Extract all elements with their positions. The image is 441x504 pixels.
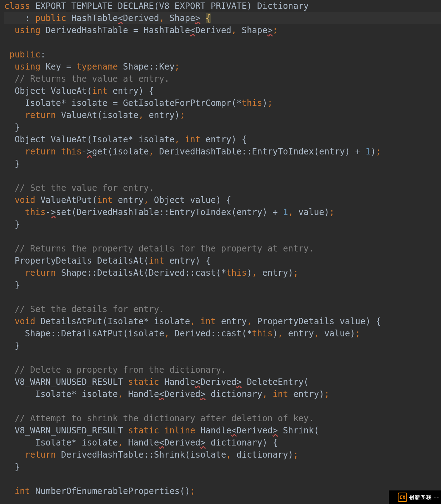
- code-token-punc-o: ,: [278, 329, 283, 338]
- code-line[interactable]: // Returns the value at entry.: [4, 73, 441, 85]
- code-token: [4, 413, 15, 423]
- code-token-kw: return: [25, 110, 56, 120]
- code-line[interactable]: using DerivedHashTable = HashTable<Deriv…: [4, 24, 441, 36]
- code-token: [4, 25, 15, 35]
- code-token: [180, 134, 185, 144]
- code-line[interactable]: }: [4, 218, 441, 230]
- code-token-punc-o: ,: [247, 316, 252, 326]
- code-line[interactable]: // Set the value for entry.: [4, 182, 441, 194]
- code-token-punc-o: ,: [288, 207, 293, 217]
- code-token: [4, 50, 9, 60]
- watermark-subtext: CHUANG XIN HU LIAN: [410, 492, 439, 504]
- code-token-wavy-red: <: [231, 426, 236, 436]
- code-token: Isolate* isolate = GetIsolateForPtrCompr…: [4, 98, 242, 108]
- code-token: dictionary): [231, 450, 293, 460]
- code-token: Shape::DetailsAtPut(isolate: [4, 329, 164, 338]
- code-token-punc-o: ,: [118, 389, 123, 399]
- code-line[interactable]: }: [4, 158, 441, 170]
- code-token-punc-o: ,: [144, 195, 149, 205]
- code-line[interactable]: return DerivedHashTable::Shrink(isolate,…: [4, 449, 441, 461]
- code-line[interactable]: return this->get(isolate, DerivedHashTab…: [4, 146, 441, 158]
- code-line[interactable]: return ValueAt(isolate, entry);: [4, 109, 441, 121]
- code-token-punc-o: ,: [262, 389, 267, 399]
- code-line[interactable]: V8_WARN_UNUSED_RESULT static inline Hand…: [4, 424, 441, 437]
- code-line[interactable]: // Delete a property from the dictionary…: [4, 364, 441, 376]
- code-token: Derived: [236, 426, 272, 436]
- code-line[interactable]: }: [4, 279, 441, 291]
- code-token: -: [46, 207, 51, 217]
- code-line[interactable]: // Set the details for entry.: [4, 303, 441, 315]
- code-line[interactable]: Object ValueAt(int entry) {: [4, 85, 441, 97]
- code-token-kw: return: [25, 450, 56, 460]
- code-line[interactable]: [4, 400, 441, 412]
- watermark-logo-text: CX: [400, 491, 406, 503]
- code-line[interactable]: using Key = typename Shape::Key;: [4, 61, 441, 73]
- code-token: :: [40, 50, 45, 60]
- code-line[interactable]: Object ValueAt(Isolate* isolate, int ent…: [4, 133, 441, 146]
- code-token-kw: this: [25, 207, 46, 217]
- code-token: NumberOfEnumerableProperties(): [30, 486, 190, 496]
- code-line[interactable]: Shape::DetailsAtPut(isolate, Derived::ca…: [4, 327, 441, 340]
- code-token-kw: public: [9, 50, 40, 60]
- code-token: V8_WARN_UNUSED_RESULT: [4, 377, 128, 387]
- code-line[interactable]: PropertyDetails DetailsAt(int entry) {: [4, 255, 441, 267]
- code-line[interactable]: [4, 473, 441, 485]
- code-token: [4, 110, 25, 120]
- code-token-punc-o: ,: [159, 13, 164, 23]
- code-line[interactable]: }: [4, 121, 441, 133]
- code-line[interactable]: }: [4, 461, 441, 473]
- code-line[interactable]: Isolate* isolate, Handle<Derived> dictio…: [4, 388, 441, 400]
- code-token-punc-o: ,: [231, 25, 236, 35]
- code-token: entry: [283, 329, 314, 338]
- code-token-punc-o: ;: [293, 450, 298, 460]
- code-line[interactable]: [4, 291, 441, 303]
- code-token: [4, 183, 15, 193]
- code-token-wavy-red: >: [51, 207, 56, 217]
- code-token: dictionary) {: [206, 438, 278, 448]
- code-token-punc-o: ,: [252, 268, 257, 278]
- code-line[interactable]: }: [4, 340, 441, 352]
- code-line[interactable]: : public HashTable<Derived, Shape> {: [4, 12, 441, 24]
- code-token: Shape::Key: [118, 62, 175, 72]
- code-line[interactable]: [4, 230, 441, 243]
- code-line[interactable]: // Attempt to shrink the dictionary afte…: [4, 412, 441, 424]
- code-token-cmt: // Attempt to shrink the dictionary afte…: [15, 413, 314, 423]
- code-token-punc-o: ,: [226, 450, 231, 460]
- code-token: Object value) {: [149, 195, 231, 205]
- code-token-cmt: // Returns the value at entry.: [15, 74, 169, 84]
- code-line[interactable]: Isolate* isolate, Handle<Derived> dictio…: [4, 437, 441, 449]
- code-token: [195, 316, 200, 326]
- code-line[interactable]: int NumberOfEnumerableProperties();: [4, 485, 441, 497]
- code-token: [200, 13, 205, 23]
- code-token-cmt: // Set the value for entry.: [15, 183, 154, 193]
- code-token: Isolate* isolate: [4, 438, 118, 448]
- code-line[interactable]: class EXPORT_TEMPLATE_DECLARE(V8_EXPORT_…: [4, 0, 441, 12]
- code-line[interactable]: void ValueAtPut(int entry, Object value)…: [4, 194, 441, 206]
- code-line[interactable]: [4, 352, 441, 364]
- code-token-kw: int: [92, 86, 107, 96]
- code-token: [4, 365, 15, 375]
- code-token: ): [371, 147, 376, 157]
- code-line[interactable]: // Returns the property details for the …: [4, 243, 441, 255]
- code-token: [4, 195, 15, 205]
- code-token-kw: using: [15, 25, 40, 35]
- code-token: PropertyDetails DetailsAt(: [4, 256, 149, 266]
- code-line[interactable]: return Shape::DetailsAt(Derived::cast(*t…: [4, 267, 441, 279]
- code-line[interactable]: void DetailsAtPut(Isolate* isolate, int …: [4, 315, 441, 327]
- code-token: [4, 450, 25, 460]
- code-token: entry: [216, 316, 247, 326]
- code-line[interactable]: [4, 36, 441, 49]
- code-token: [4, 207, 25, 217]
- code-token: }: [4, 341, 20, 351]
- code-editor[interactable]: class EXPORT_TEMPLATE_DECLARE(V8_EXPORT_…: [0, 0, 441, 497]
- code-line[interactable]: public:: [4, 49, 441, 61]
- code-token: ): [272, 329, 277, 338]
- code-token-punc-o: ,: [190, 316, 195, 326]
- code-line[interactable]: V8_WARN_UNUSED_RESULT static Handle<Deri…: [4, 376, 441, 388]
- code-token: [4, 74, 15, 84]
- code-line[interactable]: this->set(DerivedHashTable::EntryToIndex…: [4, 206, 441, 218]
- code-token-cmt: // Delete a property from the dictionary…: [15, 365, 226, 375]
- code-line[interactable]: [4, 170, 441, 182]
- code-line[interactable]: Isolate* isolate = GetIsolateForPtrCompr…: [4, 97, 441, 109]
- code-token: Shape::DetailsAt(Derived::cast(*: [56, 268, 226, 278]
